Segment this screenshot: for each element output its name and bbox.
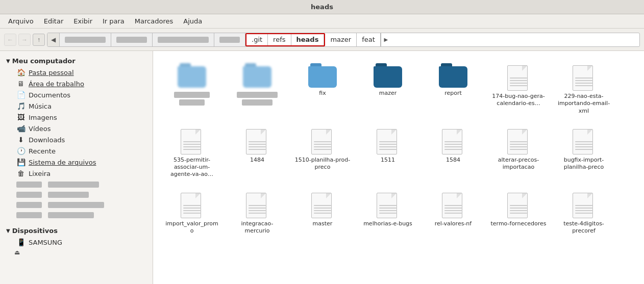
breadcrumb-more-button[interactable]: ▶ bbox=[381, 33, 391, 46]
folder-label-blurred-2b bbox=[242, 99, 273, 106]
breadcrumb-mazer[interactable]: mazer bbox=[325, 33, 357, 46]
sidebar-item-sistema-de-arquivos[interactable]: 💾 Sistema de arquivos bbox=[2, 157, 151, 168]
doc-item-termo[interactable]: termo-fornecedores bbox=[488, 187, 549, 239]
sidebar-item-lixeira[interactable]: 🗑 Lixeira bbox=[2, 168, 151, 179]
doc-item-master[interactable]: master bbox=[292, 187, 353, 239]
folder-item-report[interactable]: report bbox=[423, 59, 484, 119]
doc-item-535[interactable]: 535-permitir-associar-um-agente-va-ao… bbox=[161, 123, 222, 183]
doc-item-integracao[interactable]: integracao-mercurio bbox=[227, 187, 288, 239]
sidebar: ▼ Meu computador 🏠 Pasta pessoal 🖥 Área … bbox=[0, 51, 153, 284]
breadcrumb-highlight-box: .git refs heads bbox=[245, 33, 325, 46]
menu-exibir[interactable]: Exibir bbox=[69, 16, 96, 27]
doc-item-teste[interactable]: teste-4digitos-precoref bbox=[553, 187, 614, 239]
samsung-icon: 📱 bbox=[16, 238, 26, 246]
breadcrumb-refs[interactable]: refs bbox=[268, 34, 291, 45]
folder-item-blurred-2[interactable] bbox=[227, 59, 288, 119]
breadcrumb-feat[interactable]: feat bbox=[357, 33, 381, 46]
doc-label-melhorias: melhorias-e-bugs bbox=[363, 220, 412, 227]
sidebar-item-area-de-trabalho-label: Área de trabalho bbox=[29, 80, 84, 88]
doc-item-1511[interactable]: 1511 bbox=[357, 123, 418, 183]
folder-item-fix[interactable]: fix bbox=[292, 59, 353, 119]
doc-item-174[interactable]: 174-bug-nao-gera-calendario-es… bbox=[488, 59, 549, 119]
sidebar-item-area-de-trabalho[interactable]: 🖥 Área de trabalho bbox=[2, 78, 151, 89]
breadcrumb-blurred-4 bbox=[214, 33, 245, 46]
recent-icon: 🕐 bbox=[16, 147, 26, 155]
doc-item-1484[interactable]: 1484 bbox=[227, 123, 288, 183]
sidebar-section-my-computer[interactable]: ▼ Meu computador bbox=[0, 55, 153, 67]
scroll-left-button[interactable]: ◀ bbox=[47, 33, 60, 46]
doc-item-229[interactable]: 229-nao-esta-importando-email-xml bbox=[553, 59, 614, 119]
doc-icon-rel-valores bbox=[442, 191, 464, 218]
doc-label-229: 229-nao-esta-importando-email-xml bbox=[556, 93, 612, 115]
doc-icon-alterar-precos bbox=[507, 127, 530, 154]
doc-item-alterar-precos[interactable]: alterar-precos-importacao bbox=[488, 123, 549, 183]
menu-ir-para[interactable]: Ir para bbox=[98, 16, 129, 27]
menu-arquivo[interactable]: Arquivo bbox=[4, 16, 38, 27]
doc-item-1510[interactable]: 1510-planilha-prod-preco bbox=[292, 123, 353, 183]
titlebar: heads bbox=[0, 0, 644, 14]
doc-icon-1510 bbox=[311, 127, 334, 154]
doc-item-rel-valores[interactable]: rel-valores-nf bbox=[423, 187, 484, 239]
menu-ajuda[interactable]: Ajuda bbox=[179, 16, 206, 27]
home-icon: 🏠 bbox=[16, 68, 26, 76]
doc-label-teste: teste-4digitos-precoref bbox=[556, 220, 612, 235]
forward-button[interactable]: → bbox=[18, 34, 31, 46]
section-devices-label: Dispositivos bbox=[12, 227, 58, 235]
doc-icon-229 bbox=[573, 63, 595, 91]
sidebar-item-samsung-label: SAMSUNG bbox=[29, 239, 62, 246]
folder-icon-report bbox=[439, 63, 467, 88]
back-button[interactable]: ← bbox=[4, 34, 16, 46]
sidebar-item-imagens-label: Imagens bbox=[29, 114, 57, 121]
breadcrumb-blurred-3 bbox=[153, 33, 214, 46]
doc-item-bugfix[interactable]: bugfix-import-planilha-preco bbox=[553, 123, 614, 183]
doc-icon-535 bbox=[181, 127, 203, 154]
filesystem-icon: 💾 bbox=[16, 158, 26, 166]
sidebar-item-videos[interactable]: 📹 Vídeos bbox=[2, 123, 151, 134]
sidebar-item-musica[interactable]: 🎵 Música bbox=[2, 100, 151, 112]
doc-label-1584: 1584 bbox=[446, 157, 460, 164]
folder-label-mazer: mazer bbox=[379, 90, 397, 97]
sidebar-item-lixeira-label: Lixeira bbox=[29, 170, 51, 177]
eject-icon: ⏏ bbox=[14, 249, 20, 256]
section-my-computer-label: Meu computador bbox=[12, 57, 76, 65]
doc-icon-1484 bbox=[246, 127, 268, 154]
menu-marcadores[interactable]: Marcadores bbox=[131, 16, 177, 27]
file-area: fix mazer report 1 bbox=[153, 51, 644, 284]
sidebar-item-downloads[interactable]: ⬇ Downloads bbox=[2, 134, 151, 145]
folder-icon-mazer bbox=[374, 63, 402, 88]
doc-item-1584[interactable]: 1584 bbox=[423, 123, 484, 183]
sidebar-blurred-2 bbox=[2, 190, 151, 199]
location-bar: ◀ .git refs heads mazer feat ▶ bbox=[47, 33, 640, 47]
folder-item-blurred-1[interactable] bbox=[161, 59, 222, 119]
doc-icon-bugfix bbox=[573, 127, 595, 154]
doc-icon-master bbox=[311, 191, 334, 218]
menu-editar[interactable]: Editar bbox=[40, 16, 68, 27]
doc-item-import-valor[interactable]: import_valor_promo bbox=[161, 187, 222, 239]
doc-label-integracao: integracao-mercurio bbox=[229, 220, 285, 235]
sidebar-item-documentos[interactable]: 📄 Documentos bbox=[2, 89, 151, 100]
sidebar-item-recente-label: Recente bbox=[29, 147, 56, 155]
desktop-icon: 🖥 bbox=[16, 80, 26, 88]
doc-label-1510: 1510-planilha-prod-preco bbox=[294, 157, 351, 171]
sidebar-item-samsung[interactable]: 📱 SAMSUNG bbox=[2, 237, 151, 248]
doc-label-termo: termo-fornecedores bbox=[490, 220, 546, 227]
up-button[interactable]: ↑ bbox=[33, 34, 45, 46]
toolbar: ← → ↑ ◀ .git refs heads mazer feat ▶ bbox=[0, 29, 644, 51]
sidebar-item-pasta-pessoal[interactable]: 🏠 Pasta pessoal bbox=[2, 67, 151, 78]
sidebar-item-recente[interactable]: 🕐 Recente bbox=[2, 145, 151, 157]
doc-label-1511: 1511 bbox=[381, 157, 395, 164]
doc-label-174: 174-bug-nao-gera-calendario-es… bbox=[490, 93, 547, 108]
sidebar-section-devices[interactable]: ▼ Dispositivos bbox=[0, 225, 153, 237]
folder-label-blurred-2 bbox=[237, 92, 278, 98]
breadcrumb-git[interactable]: .git bbox=[246, 34, 268, 45]
doc-icon-melhorias bbox=[377, 191, 399, 218]
samsung-eject-button[interactable]: ⏏ bbox=[0, 248, 153, 257]
folder-item-mazer[interactable]: mazer bbox=[357, 59, 418, 119]
main-area: ▼ Meu computador 🏠 Pasta pessoal 🖥 Área … bbox=[0, 51, 644, 284]
folder-icon-fix bbox=[308, 63, 337, 88]
doc-label-bugfix: bugfix-import-planilha-preco bbox=[556, 157, 612, 171]
breadcrumb-heads[interactable]: heads bbox=[291, 34, 325, 45]
titlebar-title: heads bbox=[311, 3, 333, 11]
doc-item-melhorias[interactable]: melhorias-e-bugs bbox=[357, 187, 418, 239]
sidebar-item-imagens[interactable]: 🖼 Imagens bbox=[2, 112, 151, 123]
